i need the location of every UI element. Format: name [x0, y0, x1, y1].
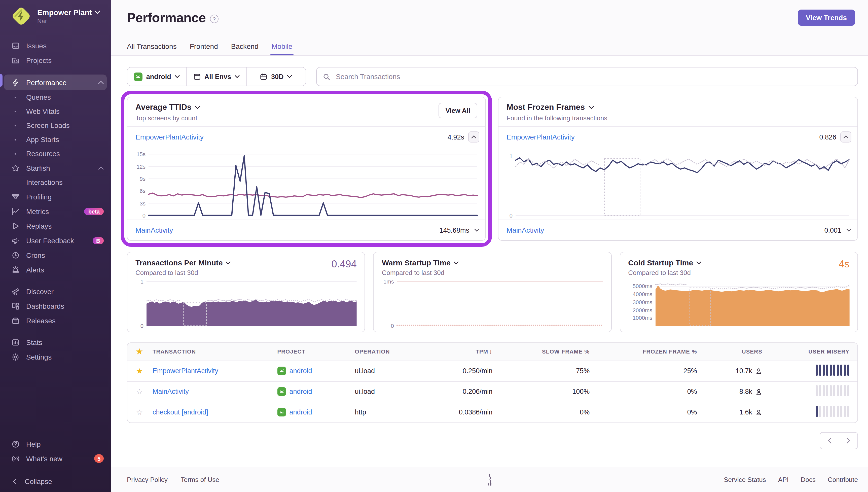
chevron-down-icon	[175, 75, 180, 78]
sidebar-item-resources[interactable]: Resources	[0, 147, 111, 161]
env-filter-dropdown[interactable]: All Envs	[186, 68, 246, 85]
whats-new-count-badge: 5	[94, 454, 104, 463]
chevron-down-icon	[588, 106, 594, 109]
sidebar-item-discover[interactable]: Discover	[0, 284, 111, 299]
card-title-dropdown[interactable]: Warm Startup Time	[382, 259, 459, 267]
col-tpm-sort[interactable]: TPM↓	[425, 343, 501, 361]
bullet-icon	[11, 110, 20, 112]
sidebar-item-issues[interactable]: Issues	[0, 38, 111, 53]
privacy-policy-link[interactable]: Privacy Policy	[127, 476, 168, 484]
bullet-icon	[11, 139, 20, 140]
star-icon: ★	[136, 347, 143, 356]
card-title-dropdown[interactable]: Transactions Per Minute	[135, 259, 231, 267]
sidebar-item-queries[interactable]: Queries	[0, 90, 111, 104]
user-misery-bars	[816, 385, 849, 396]
tab-frontend[interactable]: Frontend	[190, 42, 218, 55]
next-page-button[interactable]	[839, 433, 858, 449]
project-link[interactable]: android	[277, 387, 339, 396]
sidebar-item-performance[interactable]: Performance	[4, 75, 107, 90]
star-column-header[interactable]: ★	[127, 343, 145, 361]
view-all-button[interactable]: View All	[438, 103, 477, 118]
sidebar-item-crons[interactable]: Crons	[0, 248, 111, 262]
card-title-dropdown[interactable]: Cold Startup Time	[628, 259, 701, 267]
sidebar-item-web-vitals[interactable]: Web Vitals	[0, 104, 111, 118]
card-title-dropdown[interactable]: Average TTIDs	[135, 103, 438, 112]
sidebar-item-starfish[interactable]: Starfish	[0, 161, 111, 175]
sidebar-item-settings[interactable]: Settings	[0, 349, 111, 364]
collapse-row-button[interactable]	[468, 131, 479, 143]
users-count: 10.7k	[736, 367, 752, 375]
star-toggle[interactable]: ☆	[136, 387, 143, 396]
filter-segmented-control: android All Envs 30D	[127, 67, 306, 86]
transaction-link[interactable]: MainActivity	[507, 226, 544, 234]
android-icon	[277, 367, 286, 375]
view-trends-button[interactable]: View Trends	[798, 9, 855, 26]
project-filter-dropdown[interactable]: android	[127, 68, 186, 85]
prev-page-button[interactable]	[820, 433, 839, 449]
sidebar-item-whats-new[interactable]: What's new 5	[0, 451, 111, 466]
tab-backend[interactable]: Backend	[231, 42, 258, 55]
slow-frame-cell: 0%	[501, 402, 597, 422]
date-filter-dropdown[interactable]: 30D	[246, 68, 306, 85]
contribute-link[interactable]: Contribute	[828, 476, 858, 484]
sidebar-item-metrics[interactable]: Metrics beta	[0, 204, 111, 219]
tpm-cell: 0.206/min	[425, 381, 501, 402]
app: Empower Plant Nar Issues Projects Perfor…	[0, 0, 868, 492]
col-users: Users	[705, 343, 770, 361]
transaction-link[interactable]: MainActivity	[135, 226, 173, 234]
operation-cell: ui.load	[347, 361, 425, 381]
terms-of-use-link[interactable]: Terms of Use	[181, 476, 219, 484]
megaphone-icon	[11, 236, 20, 245]
collapse-row-button[interactable]	[840, 131, 851, 143]
service-status-link[interactable]: Service Status	[724, 476, 766, 484]
tab-mobile[interactable]: Mobile	[272, 42, 292, 55]
transaction-link[interactable]: MainActivity	[153, 388, 189, 395]
help-question-icon[interactable]: ?	[210, 15, 219, 23]
page-title: Performance	[127, 10, 206, 26]
star-toggle[interactable]: ★	[136, 366, 143, 375]
sidebar-item-projects[interactable]: Projects	[0, 53, 111, 68]
sidebar-item-alerts[interactable]: Alerts	[0, 262, 111, 277]
sidebar-item-replays[interactable]: Replays	[0, 219, 111, 233]
cold-startup-chart: 5000ms4000ms3000ms2000ms1000ms	[628, 281, 849, 326]
user-icon	[755, 409, 762, 416]
expand-row-button[interactable]	[846, 229, 851, 232]
sidebar-item-stats[interactable]: Stats	[0, 335, 111, 349]
frozen-frame-cell: 25%	[597, 361, 705, 381]
sidebar-collapse-button[interactable]: Collapse	[0, 471, 111, 491]
chevron-down-icon	[95, 10, 100, 14]
transaction-link[interactable]: EmpowerPlantActivity	[135, 133, 204, 141]
chevron-down-icon	[696, 261, 701, 264]
sidebar-item-releases[interactable]: Releases	[0, 313, 111, 328]
search-input[interactable]	[335, 72, 851, 81]
card-title-dropdown[interactable]: Most Frozen Frames	[507, 103, 849, 112]
org-switcher[interactable]: Empower Plant Nar	[0, 0, 111, 31]
sidebar-item-screen-loads[interactable]: Screen Loads	[0, 118, 111, 132]
project-link[interactable]: android	[277, 408, 339, 417]
col-operation: Operation	[347, 343, 425, 361]
api-link[interactable]: API	[778, 476, 789, 484]
transaction-link[interactable]: checkout [android]	[153, 409, 208, 416]
play-icon	[11, 222, 20, 230]
expand-row-button[interactable]	[474, 229, 479, 232]
transaction-link[interactable]: EmpowerPlantActivity	[507, 133, 575, 141]
sidebar-item-user-feedback[interactable]: User Feedback B	[0, 233, 111, 248]
docs-link[interactable]: Docs	[801, 476, 816, 484]
most-frozen-frames-card: Most Frozen Frames Found in the followin…	[498, 97, 858, 241]
star-toggle[interactable]: ☆	[136, 408, 143, 416]
card-subtitle: Top screens by count	[135, 114, 438, 122]
transaction-link[interactable]: EmpowerPlantActivity	[153, 367, 218, 375]
frozen-frame-cell: 0%	[597, 402, 705, 422]
beta-badge: beta	[84, 208, 104, 215]
project-link[interactable]: android	[277, 367, 339, 375]
sidebar-item-interactions[interactable]: Interactions	[0, 175, 111, 189]
siren-icon	[11, 265, 20, 274]
tpm-big-value: 0.494	[332, 259, 357, 270]
sidebar-item-app-starts[interactable]: App Starts	[0, 132, 111, 147]
sidebar-item-profiling[interactable]: Profiling	[0, 189, 111, 204]
sidebar-item-help[interactable]: Help	[0, 437, 111, 451]
tab-all-transactions[interactable]: All Transactions	[127, 42, 177, 55]
card-subtitle: Compared to last 30d	[628, 269, 701, 276]
chevron-down-icon	[287, 75, 292, 78]
sidebar-item-dashboards[interactable]: Dashboards	[0, 299, 111, 313]
